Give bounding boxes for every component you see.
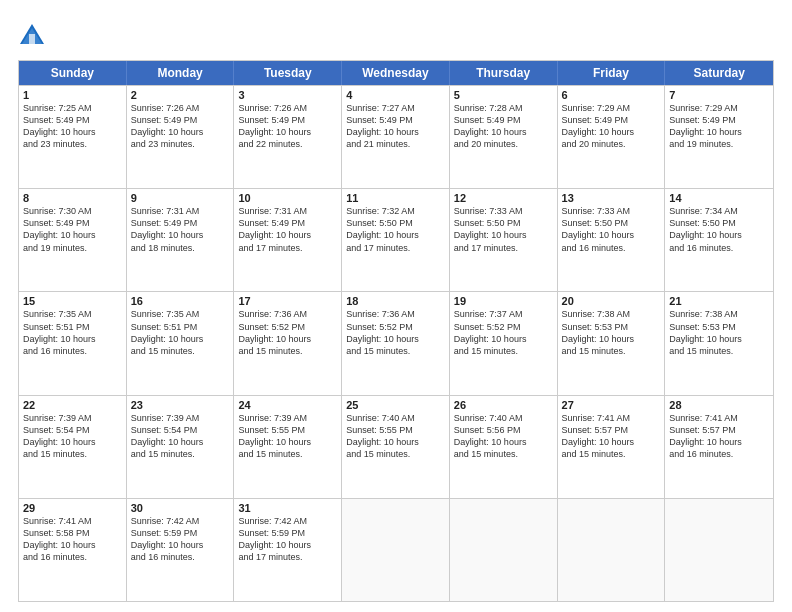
day-info: Sunrise: 7:27 AM Sunset: 5:49 PM Dayligh…	[346, 102, 445, 151]
day-number: 19	[454, 295, 553, 307]
day-info: Sunrise: 7:41 AM Sunset: 5:57 PM Dayligh…	[562, 412, 661, 461]
day-info: Sunrise: 7:40 AM Sunset: 5:56 PM Dayligh…	[454, 412, 553, 461]
day-cell-3: 3Sunrise: 7:26 AM Sunset: 5:49 PM Daylig…	[234, 86, 342, 188]
day-info: Sunrise: 7:25 AM Sunset: 5:49 PM Dayligh…	[23, 102, 122, 151]
day-cell-25: 25Sunrise: 7:40 AM Sunset: 5:55 PM Dayli…	[342, 396, 450, 498]
day-cell-8: 8Sunrise: 7:30 AM Sunset: 5:49 PM Daylig…	[19, 189, 127, 291]
day-cell-7: 7Sunrise: 7:29 AM Sunset: 5:49 PM Daylig…	[665, 86, 773, 188]
day-info: Sunrise: 7:36 AM Sunset: 5:52 PM Dayligh…	[238, 308, 337, 357]
day-cell-24: 24Sunrise: 7:39 AM Sunset: 5:55 PM Dayli…	[234, 396, 342, 498]
day-cell-19: 19Sunrise: 7:37 AM Sunset: 5:52 PM Dayli…	[450, 292, 558, 394]
day-info: Sunrise: 7:31 AM Sunset: 5:49 PM Dayligh…	[238, 205, 337, 254]
calendar-week-3: 15Sunrise: 7:35 AM Sunset: 5:51 PM Dayli…	[19, 291, 773, 394]
header-cell-wednesday: Wednesday	[342, 61, 450, 85]
day-number: 25	[346, 399, 445, 411]
day-number: 3	[238, 89, 337, 101]
day-number: 14	[669, 192, 769, 204]
day-cell-2: 2Sunrise: 7:26 AM Sunset: 5:49 PM Daylig…	[127, 86, 235, 188]
calendar-body: 1Sunrise: 7:25 AM Sunset: 5:49 PM Daylig…	[19, 85, 773, 601]
day-cell-26: 26Sunrise: 7:40 AM Sunset: 5:56 PM Dayli…	[450, 396, 558, 498]
day-info: Sunrise: 7:37 AM Sunset: 5:52 PM Dayligh…	[454, 308, 553, 357]
calendar-week-5: 29Sunrise: 7:41 AM Sunset: 5:58 PM Dayli…	[19, 498, 773, 601]
calendar-week-2: 8Sunrise: 7:30 AM Sunset: 5:49 PM Daylig…	[19, 188, 773, 291]
calendar-header: SundayMondayTuesdayWednesdayThursdayFrid…	[19, 61, 773, 85]
day-info: Sunrise: 7:39 AM Sunset: 5:55 PM Dayligh…	[238, 412, 337, 461]
day-number: 23	[131, 399, 230, 411]
day-number: 11	[346, 192, 445, 204]
day-info: Sunrise: 7:42 AM Sunset: 5:59 PM Dayligh…	[238, 515, 337, 564]
day-number: 20	[562, 295, 661, 307]
page-header	[18, 18, 774, 50]
empty-cell	[558, 499, 666, 601]
day-cell-11: 11Sunrise: 7:32 AM Sunset: 5:50 PM Dayli…	[342, 189, 450, 291]
day-number: 22	[23, 399, 122, 411]
day-number: 26	[454, 399, 553, 411]
header-cell-monday: Monday	[127, 61, 235, 85]
day-cell-29: 29Sunrise: 7:41 AM Sunset: 5:58 PM Dayli…	[19, 499, 127, 601]
day-info: Sunrise: 7:26 AM Sunset: 5:49 PM Dayligh…	[131, 102, 230, 151]
day-number: 21	[669, 295, 769, 307]
day-number: 7	[669, 89, 769, 101]
day-info: Sunrise: 7:40 AM Sunset: 5:55 PM Dayligh…	[346, 412, 445, 461]
day-cell-27: 27Sunrise: 7:41 AM Sunset: 5:57 PM Dayli…	[558, 396, 666, 498]
day-info: Sunrise: 7:36 AM Sunset: 5:52 PM Dayligh…	[346, 308, 445, 357]
day-info: Sunrise: 7:38 AM Sunset: 5:53 PM Dayligh…	[562, 308, 661, 357]
day-number: 27	[562, 399, 661, 411]
day-info: Sunrise: 7:31 AM Sunset: 5:49 PM Dayligh…	[131, 205, 230, 254]
day-info: Sunrise: 7:42 AM Sunset: 5:59 PM Dayligh…	[131, 515, 230, 564]
day-cell-30: 30Sunrise: 7:42 AM Sunset: 5:59 PM Dayli…	[127, 499, 235, 601]
day-number: 9	[131, 192, 230, 204]
day-cell-17: 17Sunrise: 7:36 AM Sunset: 5:52 PM Dayli…	[234, 292, 342, 394]
day-number: 6	[562, 89, 661, 101]
day-cell-6: 6Sunrise: 7:29 AM Sunset: 5:49 PM Daylig…	[558, 86, 666, 188]
day-info: Sunrise: 7:30 AM Sunset: 5:49 PM Dayligh…	[23, 205, 122, 254]
day-info: Sunrise: 7:38 AM Sunset: 5:53 PM Dayligh…	[669, 308, 769, 357]
day-number: 5	[454, 89, 553, 101]
day-cell-13: 13Sunrise: 7:33 AM Sunset: 5:50 PM Dayli…	[558, 189, 666, 291]
day-cell-28: 28Sunrise: 7:41 AM Sunset: 5:57 PM Dayli…	[665, 396, 773, 498]
day-number: 29	[23, 502, 122, 514]
empty-cell	[665, 499, 773, 601]
calendar-week-1: 1Sunrise: 7:25 AM Sunset: 5:49 PM Daylig…	[19, 85, 773, 188]
day-cell-22: 22Sunrise: 7:39 AM Sunset: 5:54 PM Dayli…	[19, 396, 127, 498]
day-number: 2	[131, 89, 230, 101]
day-number: 28	[669, 399, 769, 411]
day-cell-20: 20Sunrise: 7:38 AM Sunset: 5:53 PM Dayli…	[558, 292, 666, 394]
empty-cell	[450, 499, 558, 601]
day-cell-18: 18Sunrise: 7:36 AM Sunset: 5:52 PM Dayli…	[342, 292, 450, 394]
day-number: 16	[131, 295, 230, 307]
day-cell-10: 10Sunrise: 7:31 AM Sunset: 5:49 PM Dayli…	[234, 189, 342, 291]
day-info: Sunrise: 7:26 AM Sunset: 5:49 PM Dayligh…	[238, 102, 337, 151]
day-cell-16: 16Sunrise: 7:35 AM Sunset: 5:51 PM Dayli…	[127, 292, 235, 394]
day-cell-4: 4Sunrise: 7:27 AM Sunset: 5:49 PM Daylig…	[342, 86, 450, 188]
day-cell-9: 9Sunrise: 7:31 AM Sunset: 5:49 PM Daylig…	[127, 189, 235, 291]
day-number: 12	[454, 192, 553, 204]
day-info: Sunrise: 7:41 AM Sunset: 5:57 PM Dayligh…	[669, 412, 769, 461]
day-info: Sunrise: 7:32 AM Sunset: 5:50 PM Dayligh…	[346, 205, 445, 254]
day-info: Sunrise: 7:35 AM Sunset: 5:51 PM Dayligh…	[131, 308, 230, 357]
day-info: Sunrise: 7:29 AM Sunset: 5:49 PM Dayligh…	[669, 102, 769, 151]
day-cell-21: 21Sunrise: 7:38 AM Sunset: 5:53 PM Dayli…	[665, 292, 773, 394]
day-cell-15: 15Sunrise: 7:35 AM Sunset: 5:51 PM Dayli…	[19, 292, 127, 394]
day-number: 13	[562, 192, 661, 204]
day-number: 30	[131, 502, 230, 514]
day-cell-23: 23Sunrise: 7:39 AM Sunset: 5:54 PM Dayli…	[127, 396, 235, 498]
day-number: 8	[23, 192, 122, 204]
logo	[18, 22, 50, 50]
header-cell-tuesday: Tuesday	[234, 61, 342, 85]
day-info: Sunrise: 7:29 AM Sunset: 5:49 PM Dayligh…	[562, 102, 661, 151]
day-info: Sunrise: 7:28 AM Sunset: 5:49 PM Dayligh…	[454, 102, 553, 151]
day-number: 17	[238, 295, 337, 307]
header-cell-saturday: Saturday	[665, 61, 773, 85]
day-cell-1: 1Sunrise: 7:25 AM Sunset: 5:49 PM Daylig…	[19, 86, 127, 188]
day-number: 1	[23, 89, 122, 101]
day-info: Sunrise: 7:33 AM Sunset: 5:50 PM Dayligh…	[454, 205, 553, 254]
day-info: Sunrise: 7:35 AM Sunset: 5:51 PM Dayligh…	[23, 308, 122, 357]
day-number: 10	[238, 192, 337, 204]
day-info: Sunrise: 7:34 AM Sunset: 5:50 PM Dayligh…	[669, 205, 769, 254]
day-info: Sunrise: 7:41 AM Sunset: 5:58 PM Dayligh…	[23, 515, 122, 564]
day-number: 4	[346, 89, 445, 101]
header-cell-friday: Friday	[558, 61, 666, 85]
day-cell-14: 14Sunrise: 7:34 AM Sunset: 5:50 PM Dayli…	[665, 189, 773, 291]
calendar-week-4: 22Sunrise: 7:39 AM Sunset: 5:54 PM Dayli…	[19, 395, 773, 498]
